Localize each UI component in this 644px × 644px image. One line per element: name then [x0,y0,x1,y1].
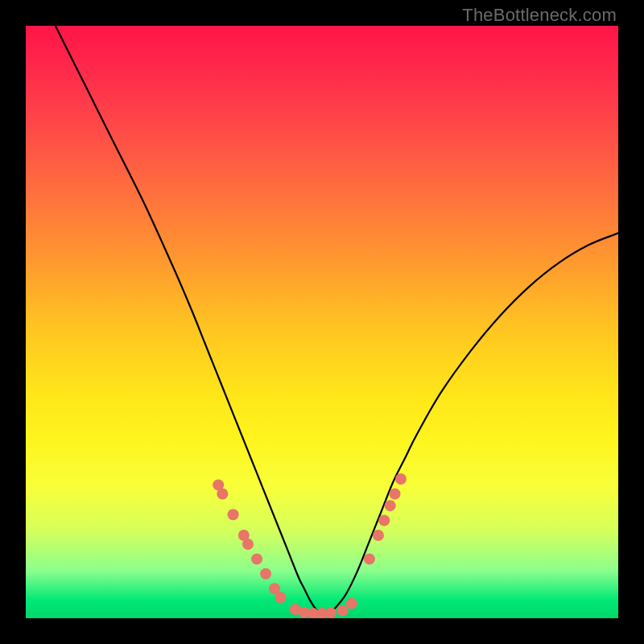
data-marker [325,607,336,618]
chart-svg [26,26,618,618]
data-marker [337,605,349,616]
data-marker [228,509,239,520]
curve-markers [213,473,407,618]
data-marker [378,515,390,526]
data-marker [390,488,401,499]
outer-frame: TheBottleneck.com [0,0,644,644]
data-marker [395,473,407,485]
data-marker [242,539,254,550]
data-marker [373,530,384,541]
data-marker [346,598,357,609]
data-marker [364,553,375,564]
plot-area [26,26,618,618]
data-marker [385,500,396,511]
data-marker [260,568,271,580]
data-marker [217,488,228,499]
curve-line [56,26,618,614]
data-marker [275,592,286,603]
data-marker [251,553,262,564]
watermark-text: TheBottleneck.com [462,5,617,26]
